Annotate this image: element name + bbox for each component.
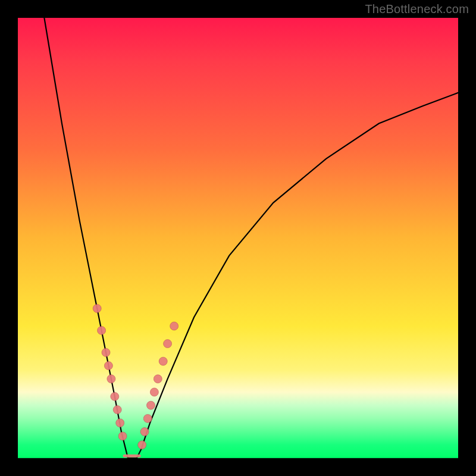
watermark-text: TheBottleneck.com bbox=[365, 2, 469, 16]
data-point bbox=[104, 362, 112, 370]
data-point bbox=[140, 428, 149, 436]
data-point bbox=[102, 348, 110, 356]
data-point bbox=[113, 406, 121, 414]
plot-area bbox=[18, 18, 458, 458]
bottleneck-curve bbox=[44, 18, 458, 458]
data-point bbox=[98, 326, 106, 334]
outer-frame: TheBottleneck.com bbox=[0, 0, 476, 476]
data-point bbox=[93, 304, 101, 312]
data-point bbox=[154, 375, 162, 383]
data-point bbox=[116, 419, 124, 427]
data-point bbox=[150, 388, 158, 396]
points-right bbox=[138, 322, 178, 449]
data-point bbox=[107, 375, 115, 383]
data-point bbox=[159, 357, 167, 365]
data-point bbox=[143, 414, 152, 422]
data-point bbox=[111, 392, 119, 400]
data-point bbox=[164, 340, 172, 348]
data-point bbox=[138, 441, 146, 449]
data-point bbox=[118, 432, 127, 440]
chart-svg bbox=[18, 18, 458, 458]
data-point bbox=[147, 401, 155, 409]
data-point bbox=[170, 322, 178, 330]
